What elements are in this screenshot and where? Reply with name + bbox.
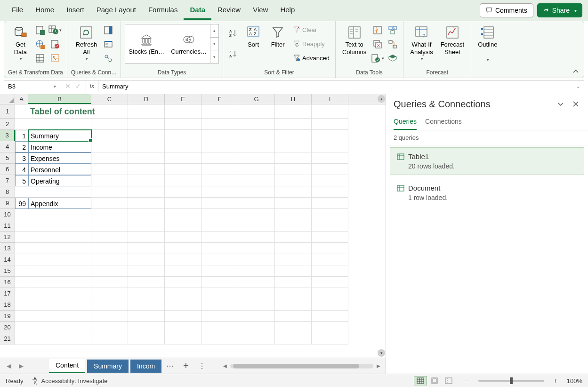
add-sheet-button[interactable]: +: [178, 360, 193, 371]
row-header[interactable]: 8: [0, 186, 15, 198]
col-header-d[interactable]: D: [128, 94, 165, 104]
manage-data-model-button[interactable]: [386, 52, 399, 64]
clear-filter-button[interactable]: Clear: [291, 24, 331, 35]
sort-asc-button[interactable]: AZ: [227, 27, 240, 40]
accessibility-status[interactable]: Accessibility: Investigate: [31, 377, 108, 384]
cell-a5[interactable]: 3: [15, 152, 28, 164]
get-data-button[interactable]: Get Data▾: [9, 24, 32, 63]
row-header[interactable]: 2: [0, 119, 15, 130]
from-picture-button[interactable]: [48, 52, 62, 64]
next-sheet-button[interactable]: ▶: [16, 361, 26, 371]
normal-view-button[interactable]: [414, 376, 427, 385]
sort-button[interactable]: ZAAZ Sort: [242, 24, 265, 49]
row-header[interactable]: 14: [0, 254, 15, 265]
cell-b3[interactable]: Summary: [28, 130, 91, 141]
col-header-b[interactable]: B: [28, 94, 91, 104]
from-web-button[interactable]: [33, 38, 47, 50]
sheet-options-button[interactable]: ⋮: [195, 361, 209, 370]
query-item-table1[interactable]: Table1 20 rows loaded.: [390, 147, 584, 175]
edit-links-button[interactable]: [102, 52, 115, 64]
cell-a7[interactable]: 5: [15, 175, 28, 186]
cell-a4[interactable]: 2: [15, 141, 28, 152]
vertical-scrollbar[interactable]: ▴▾: [377, 94, 386, 358]
tab-insert[interactable]: Insert: [60, 1, 90, 20]
row-header[interactable]: 13: [0, 243, 15, 254]
filter-button[interactable]: Filter: [266, 24, 289, 49]
row-header[interactable]: 10: [0, 209, 15, 220]
col-header-c[interactable]: C: [91, 94, 128, 104]
sheet-tab-content[interactable]: Content: [49, 359, 85, 373]
tab-data[interactable]: Data: [184, 1, 211, 20]
expand-formula-bar-button[interactable]: ⌄: [576, 84, 580, 89]
zoom-slider[interactable]: [478, 380, 544, 382]
queries-connections-button[interactable]: [102, 24, 115, 36]
tab-view[interactable]: View: [247, 1, 274, 20]
row-header[interactable]: 9: [0, 198, 15, 209]
what-if-analysis-button[interactable]: ? What-If Analysis▾: [407, 24, 435, 63]
outline-button[interactable]: Outline▾: [475, 24, 500, 64]
row-header[interactable]: 4: [0, 141, 15, 152]
currencies-data-type[interactable]: $€ Currencies…: [168, 33, 210, 55]
prev-sheet-button[interactable]: ◀: [4, 361, 14, 371]
zoom-level[interactable]: 100%: [567, 377, 582, 384]
recent-sources-button[interactable]: ▾: [48, 24, 62, 36]
formula-bar[interactable]: Summary ⌄: [98, 80, 584, 92]
pane-tab-connections[interactable]: Connections: [425, 114, 462, 130]
cell-b5[interactable]: Expenses: [28, 152, 91, 164]
sheet-tab-summary[interactable]: Summary: [87, 360, 129, 373]
row-header[interactable]: 11: [0, 220, 15, 232]
data-validation-button[interactable]: ▾: [371, 52, 384, 64]
name-box[interactable]: B3 ▾: [4, 80, 60, 92]
col-header-g[interactable]: G: [238, 94, 275, 104]
from-table-button[interactable]: [33, 52, 47, 64]
cell-b9[interactable]: Appendix: [28, 198, 91, 209]
stocks-data-type[interactable]: Stocks (En…: [125, 33, 168, 55]
col-header-e[interactable]: E: [165, 94, 201, 104]
col-header-f[interactable]: F: [201, 94, 238, 104]
forecast-sheet-button[interactable]: Forecast Sheet: [438, 24, 467, 56]
spreadsheet-grid[interactable]: A B C D E F G H I 1Tabel of content 2 31…: [0, 94, 386, 358]
row-header[interactable]: 12: [0, 232, 15, 243]
tab-file[interactable]: File: [6, 1, 29, 20]
row-header[interactable]: 16: [0, 277, 15, 288]
text-to-columns-button[interactable]: Text to Columns: [339, 24, 369, 56]
remove-duplicates-button[interactable]: [371, 38, 384, 50]
col-header-a[interactable]: A: [15, 94, 28, 104]
query-item-document[interactable]: Document 1 row loaded.: [390, 179, 584, 207]
cell-a9[interactable]: 99: [15, 198, 28, 209]
cancel-formula-button[interactable]: ✕: [63, 82, 72, 90]
share-button[interactable]: Share ▾: [537, 3, 582, 17]
row-header[interactable]: 5: [0, 152, 15, 164]
properties-button[interactable]: [102, 38, 115, 50]
consolidate-button[interactable]: [386, 24, 399, 36]
row-header[interactable]: 6: [0, 164, 15, 175]
cell-b7[interactable]: Operating: [28, 175, 91, 186]
col-header-h[interactable]: H: [275, 94, 312, 104]
reapply-filter-button[interactable]: Reapply: [291, 38, 331, 49]
gallery-scroll[interactable]: ▴▾▾: [210, 24, 218, 63]
advanced-filter-button[interactable]: Advanced: [291, 52, 331, 64]
sort-desc-button[interactable]: ZA: [227, 48, 240, 60]
tab-formulas[interactable]: Formulas: [142, 1, 184, 20]
row-header[interactable]: 19: [0, 311, 15, 322]
zoom-out-button[interactable]: −: [463, 377, 470, 384]
row-header[interactable]: 21: [0, 333, 15, 344]
tab-page-layout[interactable]: Page Layout: [90, 1, 142, 20]
collapse-pane-button[interactable]: [556, 99, 565, 109]
row-header[interactable]: 20: [0, 322, 15, 333]
refresh-all-button[interactable]: Refresh All▾: [73, 24, 100, 63]
row-header[interactable]: 18: [0, 299, 15, 311]
cell-b4[interactable]: Income: [28, 141, 91, 152]
zoom-in-button[interactable]: +: [552, 377, 559, 384]
row-header[interactable]: 15: [0, 265, 15, 277]
collapse-ribbon-button[interactable]: [572, 68, 579, 75]
cell-b1[interactable]: Tabel of content: [28, 104, 91, 119]
relationships-button[interactable]: [386, 38, 399, 50]
from-text-csv-button[interactable]: [33, 24, 47, 36]
row-header[interactable]: 1: [0, 104, 15, 119]
flash-fill-button[interactable]: [371, 24, 384, 36]
enter-formula-button[interactable]: ✓: [73, 82, 83, 90]
more-sheets-button[interactable]: ⋯: [163, 361, 177, 370]
tab-home[interactable]: Home: [29, 1, 60, 20]
row-header[interactable]: 7: [0, 175, 15, 186]
